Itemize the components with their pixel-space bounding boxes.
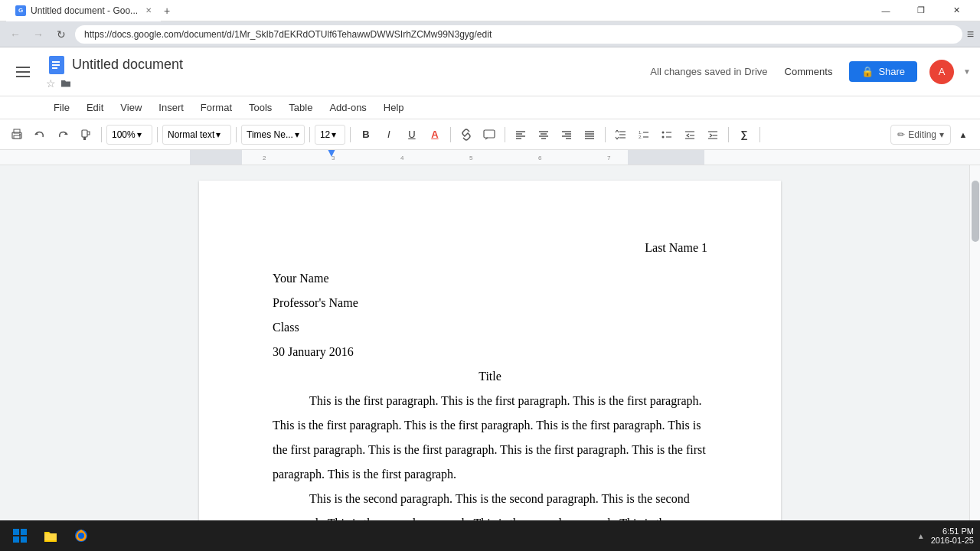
close-button[interactable]: ✕ (939, 0, 974, 21)
svg-point-7 (19, 134, 21, 135)
start-button[interactable] (6, 522, 34, 549)
redo-button[interactable] (52, 124, 74, 145)
editing-mode-indicator[interactable]: ✏ Editing ▾ (890, 125, 951, 145)
formula-button[interactable]: ∑ (733, 124, 755, 145)
page-header: Last Name 1 (273, 236, 707, 260)
line-spacing-button[interactable] (610, 124, 632, 145)
clock-date: 2016-01-25 (931, 536, 974, 545)
hamburger-menu-button[interactable] (9, 58, 37, 86)
toolbar-divider-3 (236, 127, 237, 142)
menu-format[interactable]: Format (193, 99, 240, 116)
user-avatar[interactable]: A (929, 60, 954, 84)
style-selector[interactable]: Normal text ▾ (162, 125, 231, 145)
menu-view[interactable]: View (113, 99, 149, 116)
toolbar-divider-1 (101, 127, 102, 142)
minimize-button[interactable]: — (868, 0, 903, 21)
menu-insert[interactable]: Insert (151, 99, 191, 116)
doc-actions: ☆ (46, 77, 71, 90)
menu-help[interactable]: Help (376, 99, 412, 116)
toolbar-divider-7 (505, 127, 505, 142)
paint-format-button[interactable] (75, 124, 96, 145)
firefox-button[interactable] (67, 522, 95, 549)
numbered-list-button[interactable]: 1.2. (633, 124, 655, 145)
align-justify-button[interactable] (579, 124, 600, 145)
svg-rect-54 (628, 150, 704, 165)
forward-button[interactable]: → (29, 25, 47, 44)
scroll-left-gutter (0, 165, 11, 520)
fontsize-chevron-icon: ▾ (332, 129, 336, 140)
firefox-icon (74, 528, 89, 543)
link-button[interactable] (456, 124, 477, 145)
line-spacing-icon (615, 129, 627, 141)
browser-menu-icon[interactable]: ≡ (967, 28, 974, 41)
tab-close-button[interactable]: ✕ (145, 6, 152, 15)
align-left-button[interactable] (510, 124, 531, 145)
app-logo: Untitled document ☆ (46, 54, 183, 90)
undo-button[interactable] (29, 124, 51, 145)
menu-edit[interactable]: Edit (79, 99, 111, 116)
document-title[interactable]: Untitled document (72, 57, 183, 73)
notification-chevron-icon[interactable]: ▲ (917, 532, 925, 540)
color-button[interactable]: A (424, 124, 446, 145)
svg-rect-53 (190, 150, 242, 165)
comment-button[interactable] (479, 124, 500, 145)
menu-table[interactable]: Table (281, 99, 320, 116)
document-page[interactable]: Last Name 1 Your Name Professor's Name C… (199, 181, 781, 520)
mla-header-block: Your Name Professor's Name Class 30 Janu… (273, 266, 707, 364)
paint-format-icon (80, 129, 92, 141)
comments-button[interactable]: Comments (774, 61, 844, 82)
share-button[interactable]: 🔒 Share (849, 61, 917, 82)
underline-button[interactable]: U (401, 124, 423, 145)
svg-rect-59 (21, 536, 27, 543)
paragraph-1: This is the first paragraph. This is the… (273, 389, 707, 487)
toolbar-divider-4 (309, 127, 310, 142)
menu-addons[interactable]: Add-ons (322, 99, 374, 116)
date-line: 30 January 2016 (273, 340, 707, 364)
italic-button[interactable]: I (378, 124, 400, 145)
print-button[interactable] (6, 124, 28, 145)
restore-button[interactable]: ❐ (903, 0, 939, 21)
zoom-selector[interactable]: 100% ▾ (106, 125, 152, 145)
decrease-indent-icon (684, 129, 696, 141)
menu-tools[interactable]: Tools (241, 99, 279, 116)
folder-icon[interactable] (60, 78, 71, 89)
menu-file[interactable]: File (46, 99, 77, 116)
scrollbar-right[interactable] (969, 165, 980, 520)
refresh-button[interactable]: ↻ (52, 25, 70, 44)
svg-text:5: 5 (469, 155, 473, 161)
paragraph-2: This is the second paragraph. This is th… (273, 487, 707, 520)
increase-indent-button[interactable] (702, 124, 724, 145)
align-center-button[interactable] (533, 124, 554, 145)
toolbar-divider-2 (157, 127, 158, 142)
ruler-svg: 1 2 3 4 5 6 7 (190, 150, 980, 165)
windows-icon (12, 528, 28, 543)
svg-point-61 (78, 533, 84, 539)
font-selector[interactable]: Times Ne... ▾ (241, 125, 305, 145)
document-area[interactable]: Last Name 1 Your Name Professor's Name C… (11, 165, 969, 520)
class-line: Class (273, 315, 707, 340)
star-icon[interactable]: ☆ (46, 77, 56, 90)
font-value: Times Ne... (247, 129, 293, 140)
new-tab-button[interactable]: + (164, 5, 170, 17)
fontsize-selector[interactable]: 12 ▾ (315, 125, 345, 145)
menu-bar: File Edit View Insert Format Tools Table… (0, 96, 980, 119)
bold-button[interactable]: B (355, 124, 377, 145)
align-right-button[interactable] (556, 124, 577, 145)
save-status: All changes saved in Drive (650, 66, 767, 77)
align-justify-icon (583, 129, 596, 141)
paragraph-2-text: This is the second paragraph. This is th… (273, 487, 707, 520)
svg-rect-11 (484, 130, 495, 138)
bullet-list-button[interactable] (656, 124, 678, 145)
back-button[interactable]: ← (6, 25, 24, 44)
browser-tab[interactable]: G Untitled document - Goo... ✕ (6, 0, 161, 21)
browser-chrome: ← → ↻ ≡ (0, 21, 980, 47)
header-collapse-icon[interactable]: ▼ (963, 67, 971, 76)
decrease-indent-button[interactable] (679, 124, 701, 145)
file-explorer-button[interactable] (37, 522, 64, 549)
address-bar[interactable] (75, 25, 962, 44)
toolbar-collapse-button[interactable]: ▲ (952, 124, 974, 145)
svg-point-37 (662, 135, 664, 138)
docs-logo-icon (46, 54, 67, 76)
scroll-thumb[interactable] (972, 181, 979, 242)
comment-icon (483, 129, 495, 141)
